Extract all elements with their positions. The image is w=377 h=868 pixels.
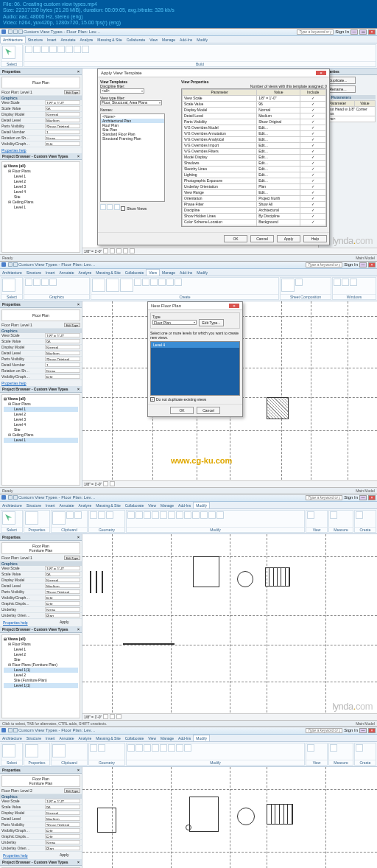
mirror-icon[interactable] [152, 511, 159, 519]
properties-icon[interactable] [25, 511, 38, 525]
show-views-checkbox[interactable] [121, 206, 125, 211]
qa-undo-icon[interactable] [13, 728, 18, 732]
door-icon[interactable] [33, 46, 40, 53]
cut-icon[interactable] [66, 511, 74, 519]
component-icon[interactable] [49, 46, 57, 53]
copy-icon[interactable] [135, 511, 143, 519]
qa-redo-icon[interactable] [18, 29, 23, 34]
tab-collaborate[interactable]: Collaborate [123, 503, 147, 508]
tab-architecture[interactable]: Architecture [0, 503, 24, 508]
modify-icon[interactable] [2, 46, 15, 59]
prop-value[interactable]: 96 [45, 805, 80, 809]
tab-addins[interactable]: Add-Ins [176, 503, 193, 508]
create-icon[interactable] [356, 511, 363, 519]
tree-node[interactable]: Site [4, 427, 78, 433]
join-icon[interactable] [98, 744, 105, 752]
tree-node[interactable]: Level 4 [4, 189, 78, 195]
tree-node[interactable]: ⊟ Views (all) [4, 164, 78, 169]
min-button[interactable]: — [359, 262, 367, 267]
tree-node[interactable]: Site [4, 195, 78, 200]
tree-node[interactable]: ⊟ Views (all) [4, 396, 78, 402]
split-icon[interactable] [200, 511, 208, 519]
prop-value[interactable]: 1/8" = 1'-0" [45, 799, 80, 803]
tab-annotate[interactable]: Annotate [57, 735, 77, 741]
edit-type-button[interactable]: Edit Type [64, 90, 80, 94]
dialog-close-button[interactable]: × [229, 304, 239, 308]
table-row[interactable]: Photographic ExposureEdit...✓ [183, 178, 326, 183]
tab-modify[interactable]: Modify [193, 502, 210, 508]
tab-massingsite[interactable]: Massing & Site [94, 270, 122, 276]
thin-lines-icon[interactable] [41, 279, 49, 286]
rotate-icon[interactable] [144, 511, 151, 519]
properties-help-link[interactable]: Properties help [1, 620, 60, 626]
table-row[interactable]: ShadowsEdit...✓ [183, 160, 326, 166]
signin-link[interactable]: Sign In [344, 262, 358, 267]
tab-collaborate[interactable]: Collaborate [123, 735, 147, 741]
qa-undo-icon[interactable] [13, 29, 18, 34]
vg-icon[interactable] [25, 279, 32, 286]
window-icon[interactable] [41, 46, 49, 53]
tab-analyze[interactable]: Analyze [77, 503, 94, 508]
table-row[interactable]: V/G Overrides FiltersEdit...✓ [183, 148, 326, 154]
edit-type-button[interactable]: Edit Type [64, 788, 80, 793]
tab-view[interactable]: View [146, 735, 158, 741]
table-row[interactable]: V/G Overrides ImportEdit...✓ [183, 142, 326, 148]
plan-view-icon[interactable] [134, 279, 141, 286]
table-row[interactable]: Color Scheme✓ [183, 225, 326, 227]
tree-node[interactable]: ⊟ Floor Plans [4, 642, 78, 647]
cancel-button[interactable]: Cancel [250, 235, 274, 242]
prop-value[interactable]: Medium [45, 351, 80, 355]
template-names-list[interactable]: <None>Architectural PlanRoof PlanSite Pl… [100, 113, 165, 202]
tree-node[interactable]: Site [4, 657, 78, 662]
tree-node[interactable]: Level 1(1) [4, 683, 78, 688]
filters-icon[interactable] [33, 279, 40, 286]
table-row[interactable]: Parts VisibilityShow Original✓ [183, 119, 326, 125]
prop-value[interactable]: 96 [45, 106, 80, 111]
tree-node[interactable]: Level 2 [4, 652, 78, 657]
tab-addins[interactable]: Add-Ins [177, 37, 194, 43]
list-item[interactable]: Level 4 [151, 342, 239, 348]
close-icon[interactable]: × [77, 154, 80, 158]
prop-value[interactable]: 1 [45, 130, 80, 134]
table-row[interactable]: View Scale1/8" = 1'-0"✓ [183, 95, 326, 101]
tab-view[interactable]: View [146, 269, 160, 276]
drafting-icon[interactable] [150, 279, 158, 286]
modify-icon[interactable] [2, 744, 15, 757]
prop-value[interactable]: None [45, 368, 80, 373]
type-selector[interactable]: Floor Plan Furniture Plan [1, 775, 80, 787]
ok-button[interactable]: OK [170, 407, 194, 414]
table-row[interactable]: Model DisplayEdit...✓ [183, 154, 326, 160]
qa-save-icon[interactable] [8, 29, 13, 34]
tree-node[interactable]: Level 1 [4, 174, 78, 179]
align-icon[interactable] [184, 511, 191, 519]
tab-addins[interactable]: Add-Ins [177, 270, 194, 276]
apply-button[interactable]: Apply [60, 853, 80, 858]
visual-style-icon[interactable] [110, 248, 115, 253]
tab-massingsite[interactable]: Massing & Site [94, 735, 122, 741]
render-icon[interactable] [49, 279, 57, 286]
apply-button[interactable]: Apply [60, 620, 80, 626]
tree-node[interactable]: ⊟ Floor Plans (Furniture Plan) [4, 662, 78, 668]
type-selector[interactable]: Floor Plan Furniture Plan [1, 542, 80, 554]
close-icon[interactable]: × [77, 627, 80, 631]
tab-structure[interactable]: Structure [26, 37, 45, 43]
type-selector[interactable]: Floor Plan [1, 309, 80, 321]
tab-manage[interactable]: Manage [160, 37, 177, 43]
crop-icon[interactable] [130, 248, 135, 253]
qa-save-icon[interactable] [8, 262, 13, 267]
prop-value[interactable]: Show Original [45, 589, 80, 594]
prop-value[interactable]: None [45, 136, 80, 140]
qa-undo-icon[interactable] [13, 262, 18, 267]
elevation-icon[interactable] [142, 279, 149, 286]
signin-link[interactable]: Sign In [335, 29, 349, 34]
tab-annotate[interactable]: Annotate [59, 37, 78, 43]
prop-value[interactable]: Normal [45, 578, 80, 582]
tab-manage[interactable]: Manage [158, 735, 176, 741]
prop-value[interactable]: 1/8" = 1'-0" [45, 333, 80, 337]
modify-icon[interactable] [2, 511, 15, 525]
prop-value[interactable]: Medium [45, 584, 80, 588]
close-icon[interactable]: × [77, 535, 80, 539]
search-input[interactable] [306, 262, 342, 267]
detail-icon[interactable] [103, 714, 108, 719]
rotate-icon[interactable] [135, 744, 143, 752]
